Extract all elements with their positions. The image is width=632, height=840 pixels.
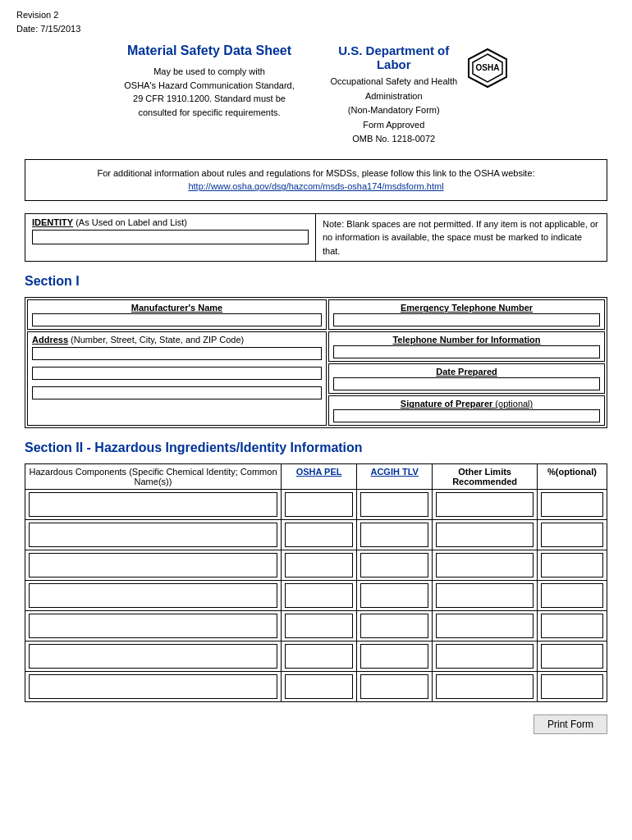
acgih-tlv-input-0[interactable]	[360, 492, 428, 517]
cell-haz-comp-input-6	[25, 672, 282, 702]
section-i-title: Section I	[25, 274, 607, 289]
dept-title: U.S. Department of Labor	[327, 43, 460, 71]
identity-input[interactable]	[32, 230, 309, 244]
header-left-subtitle: May be used to comply with OSHA's Hazard…	[124, 65, 295, 119]
cell-acgih-tlv-input-1	[357, 520, 433, 550]
identity-note: Note: Blank spaces are not permitted. If…	[316, 214, 607, 262]
acgih-tlv-header: ACGIH TLV	[357, 464, 433, 490]
haz-comp-sub: (Specific Chemical Identity; Common Name…	[129, 467, 277, 486]
section-ii-title: Section II - Hazardous Ingredients/Ident…	[25, 441, 607, 455]
other-limits-input-6[interactable]	[436, 674, 534, 699]
haz-comp-input-5[interactable]	[29, 644, 277, 669]
manufacturer-name-input[interactable]	[32, 313, 322, 326]
osha-pel-input-4[interactable]	[285, 614, 353, 638]
svg-text:OSHA: OSHA	[475, 63, 499, 72]
acgih-tlv-input-2[interactable]	[360, 553, 428, 578]
page-header: Material Safety Data Sheet May be used t…	[16, 43, 616, 147]
other-limits-input-5[interactable]	[436, 644, 534, 669]
cell-acgih-tlv-input-0	[357, 490, 433, 520]
address-input-1[interactable]	[32, 347, 322, 360]
cell-percent-input-2	[537, 550, 607, 581]
table-row	[25, 490, 607, 520]
emergency-tel-header: Emergency Telephone Number	[333, 303, 600, 313]
haz-comp-input-4[interactable]	[29, 614, 277, 638]
signature-header: Signature of Preparer (optional)	[333, 399, 600, 409]
percent-input-6[interactable]	[541, 674, 603, 699]
identity-suffix: (As Used on Label and List)	[73, 217, 187, 227]
address-input-3[interactable]	[32, 386, 322, 399]
other-limits-input-0[interactable]	[436, 492, 534, 517]
percent-input-1[interactable]	[541, 523, 603, 547]
signature-label: Signature of Preparer	[401, 399, 492, 409]
identity-section: IDENTITY (As Used on Label and List) Not…	[25, 213, 607, 262]
other-limits-input-4[interactable]	[436, 614, 534, 638]
cell-other-limits-input-1	[433, 520, 538, 550]
other-limits-input-1[interactable]	[436, 523, 534, 547]
header-right: U.S. Department of Labor Occupational Sa…	[327, 43, 508, 147]
tel-info-header: Telephone Number for Information	[333, 335, 600, 345]
address-label: Address (Number, Street, City, State, an…	[32, 335, 322, 345]
haz-comp-input-6[interactable]	[29, 674, 277, 699]
date-prepared-cell: Date Prepared	[328, 363, 605, 394]
tel-info-input[interactable]	[333, 345, 600, 358]
percent-input-4[interactable]	[541, 614, 603, 638]
cell-osha-pel-input-1	[281, 520, 356, 550]
percent-header: %(optional)	[537, 464, 607, 490]
acgih-tlv-input-1[interactable]	[360, 523, 428, 547]
cell-haz-comp-input-1	[25, 520, 282, 550]
cell-haz-comp-input-3	[25, 581, 282, 611]
haz-comp-input-2[interactable]	[29, 553, 277, 578]
cell-osha-pel-input-0	[281, 490, 356, 520]
info-box-link[interactable]: http://www.osha.gov/dsg/hazcom/msds-osha…	[188, 181, 443, 191]
percent-input-3[interactable]	[541, 583, 603, 608]
haz-comp-input-1[interactable]	[29, 523, 277, 547]
cell-haz-comp-input-0	[25, 490, 282, 520]
other-limits-input-3[interactable]	[436, 583, 534, 608]
acgih-tlv-input-6[interactable]	[360, 674, 428, 699]
osha-pel-input-5[interactable]	[285, 644, 353, 669]
cell-other-limits-input-6	[433, 672, 538, 702]
table-row	[25, 641, 607, 672]
acgih-tlv-input-3[interactable]	[360, 583, 428, 608]
identity-left: IDENTITY (As Used on Label and List)	[25, 214, 316, 262]
print-section: Print Form	[25, 714, 607, 734]
section-ii-table: Hazardous Components (Specific Chemical …	[25, 463, 607, 702]
osha-pel-input-0[interactable]	[285, 492, 353, 517]
cell-osha-pel-input-5	[281, 641, 356, 672]
cell-haz-comp-input-4	[25, 611, 282, 641]
cell-percent-input-1	[537, 520, 607, 550]
haz-comp-input-0[interactable]	[29, 492, 277, 517]
other-recommended-label: Recommended	[436, 477, 534, 486]
other-limits-input-2[interactable]	[436, 553, 534, 578]
percent-input-0[interactable]	[541, 492, 603, 517]
signature-suffix: (optional)	[495, 399, 533, 409]
cell-other-limits-input-3	[433, 581, 538, 611]
percent-input-5[interactable]	[541, 644, 603, 669]
identity-strong: IDENTITY	[32, 217, 73, 227]
cell-acgih-tlv-input-3	[357, 581, 433, 611]
revision-info: Revision 2 Date: 7/15/2013	[16, 8, 616, 35]
cell-acgih-tlv-input-6	[357, 672, 433, 702]
address-suffix: (Number, Street, City, State, and ZIP Co…	[68, 335, 244, 345]
acgih-tlv-input-5[interactable]	[360, 644, 428, 669]
percent-input-2[interactable]	[541, 553, 603, 578]
acgih-tlv-input-4[interactable]	[360, 614, 428, 638]
cell-percent-input-0	[537, 490, 607, 520]
osha-pel-input-3[interactable]	[285, 583, 353, 608]
cell-osha-pel-input-2	[281, 550, 356, 581]
osha-pel-input-1[interactable]	[285, 523, 353, 547]
emergency-tel-input[interactable]	[333, 313, 600, 326]
haz-comp-input-3[interactable]	[29, 583, 277, 608]
table-row	[25, 550, 607, 581]
osha-pel-input-6[interactable]	[285, 674, 353, 699]
osha-pel-input-2[interactable]	[285, 553, 353, 578]
signature-cell: Signature of Preparer (optional)	[328, 395, 605, 426]
print-button[interactable]: Print Form	[534, 714, 607, 734]
emergency-tel-cell: Emergency Telephone Number	[328, 299, 605, 330]
signature-input[interactable]	[333, 409, 600, 422]
address-input-2[interactable]	[32, 367, 322, 380]
date-prepared-input[interactable]	[333, 377, 600, 390]
cell-percent-input-6	[537, 672, 607, 702]
table-row	[25, 672, 607, 702]
tel-info-cell: Telephone Number for Information	[328, 331, 605, 362]
